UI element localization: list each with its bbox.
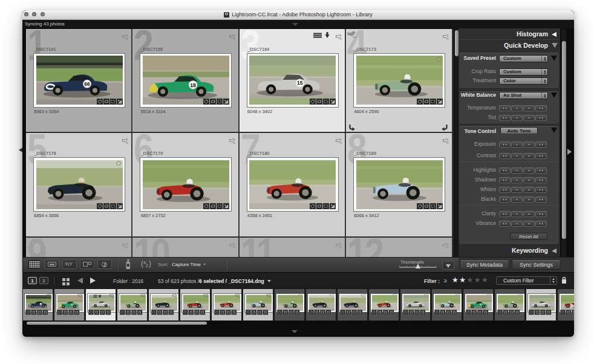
svg-text:15: 15 (297, 80, 303, 86)
svg-text:66: 66 (84, 81, 90, 87)
svg-text:18: 18 (190, 82, 196, 88)
